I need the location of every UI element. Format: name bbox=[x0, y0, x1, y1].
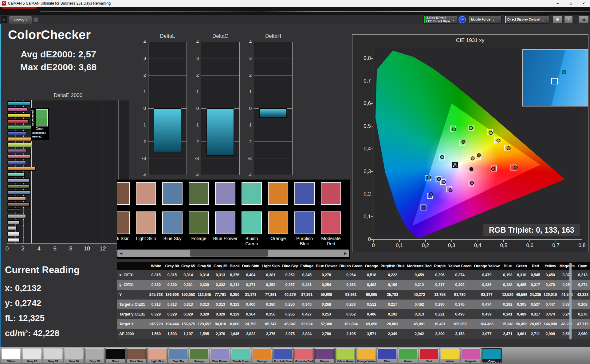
patch-button-red[interactable]: Red bbox=[419, 348, 439, 363]
deltae-bar-black[interactable] bbox=[7, 208, 20, 212]
minimize-button[interactable]: ─ bbox=[551, 0, 564, 7]
tab-history-1[interactable]: History 1 bbox=[9, 16, 32, 24]
close-button[interactable]: ✕ bbox=[577, 0, 590, 7]
cell: 0,512 bbox=[364, 300, 380, 309]
scroll-right-icon[interactable]: ▶ bbox=[342, 251, 349, 255]
deltae-bar-gray-35[interactable] bbox=[7, 214, 26, 218]
deltae-bar-blue[interactable] bbox=[7, 131, 27, 135]
deltae-bar-cyan[interactable] bbox=[7, 101, 31, 106]
deltae-bar-orange-yellow[interactable] bbox=[7, 137, 32, 141]
patch-button-gray-50[interactable]: Gray 50 bbox=[64, 348, 84, 363]
deltae-bar-magenta[interactable] bbox=[7, 107, 27, 111]
swatch-strip-scrollbar[interactable]: ◀ ▶ bbox=[117, 250, 349, 257]
measured-point-orange bbox=[506, 146, 510, 150]
patch-button-green[interactable]: Green bbox=[398, 348, 418, 363]
label: Magenta bbox=[462, 359, 480, 363]
patch-button-gray-65[interactable]: Gray 65 bbox=[43, 348, 63, 363]
deltae-bar-purplish-blue[interactable] bbox=[7, 161, 26, 165]
swatch-label: Blue Flower bbox=[212, 236, 238, 241]
deltae-bar-gray-80[interactable] bbox=[7, 232, 20, 236]
deltae-bar-yellow-green[interactable] bbox=[7, 143, 32, 147]
deltae-row-moderate-red bbox=[7, 154, 129, 160]
deltae-bar-purple[interactable] bbox=[7, 149, 26, 153]
scroll-left-icon[interactable]: ◀ bbox=[117, 251, 125, 255]
patch-button-magenta[interactable]: Magenta bbox=[461, 348, 481, 363]
cell: 0,436 bbox=[473, 280, 501, 290]
swatch-column-purplish-blue: Purplish Blue bbox=[291, 180, 318, 246]
patch-button-blue[interactable]: Blue bbox=[377, 348, 397, 363]
patch-button-moderate-red[interactable]: Moderate Red bbox=[293, 348, 314, 363]
patch-button-foliage[interactable]: Foliage bbox=[189, 348, 209, 363]
deltae-bar-white[interactable] bbox=[7, 238, 20, 242]
patch-button-yellow-green[interactable]: Yellow Green bbox=[335, 348, 356, 363]
deltae-bar-blue-sky[interactable] bbox=[7, 190, 31, 195]
label: Yellow Green bbox=[336, 359, 355, 363]
settings-gear-button[interactable]: ⚙ bbox=[553, 16, 562, 24]
scrollbar-track[interactable] bbox=[125, 250, 342, 257]
axis-tick-label: -1 bbox=[142, 122, 146, 127]
help-button[interactable]: ? bbox=[564, 16, 573, 24]
cell: 0,358 bbox=[261, 280, 281, 290]
collapse-panel-button[interactable]: ◀ bbox=[578, 16, 589, 24]
patch-button-dark-skin[interactable]: Dark Skin bbox=[126, 348, 147, 363]
cell: 77,361 bbox=[261, 290, 281, 300]
cell: 0,193 bbox=[501, 270, 515, 280]
meter-count-badge[interactable]: 212 bbox=[458, 16, 466, 23]
tab-scroll-button[interactable]: ▶ bbox=[1, 16, 7, 23]
chart-plot bbox=[254, 42, 293, 175]
deltae-bar-foliage[interactable] bbox=[7, 184, 30, 189]
cell: 0,268 bbox=[315, 300, 338, 309]
label: Dark Skin bbox=[127, 359, 146, 363]
tick bbox=[451, 239, 452, 242]
tooltip-value-1: 368106057 bbox=[32, 131, 46, 134]
deltae-bar-moderate-red[interactable] bbox=[7, 155, 31, 159]
deltae-bar-yellow[interactable] bbox=[7, 113, 30, 118]
color-data-table: WhiteGray 80Gray 65Gray 50Gray 35BlackDa… bbox=[117, 262, 590, 339]
patch-button-blue-flower[interactable]: Blue Flower bbox=[210, 348, 230, 363]
source-dropdown[interactable]: Mobile Forge ▼ bbox=[468, 15, 502, 24]
patch-button-black[interactable]: Black bbox=[105, 348, 126, 363]
patch-button-gray-35[interactable]: Gray 35 bbox=[85, 348, 105, 363]
deltae-bar-orange[interactable] bbox=[7, 167, 36, 171]
patch-button-purple[interactable]: Purple bbox=[314, 348, 335, 363]
add-tab-button[interactable]: + bbox=[33, 17, 38, 22]
table-row-target-y-cie31: Target y:CIE310,3290,3290,3290,3290,3290… bbox=[117, 309, 590, 319]
deltae-bar-gray-65[interactable] bbox=[7, 226, 17, 230]
patch-button-orange-yellow[interactable]: Orange Yellow bbox=[356, 348, 376, 363]
patch-button-orange[interactable]: Orange bbox=[252, 348, 272, 363]
patch-button-yellow[interactable]: Yellow bbox=[440, 348, 460, 363]
deltae-bar-dark-skin[interactable] bbox=[7, 202, 30, 207]
cell: 27,361 bbox=[299, 290, 314, 300]
deltae-bar-bluish-green[interactable] bbox=[7, 172, 25, 177]
deltae-bar-red[interactable] bbox=[7, 119, 29, 123]
patch-button-purplish-blue[interactable]: Purplish Blue bbox=[273, 348, 293, 363]
scrollbar-thumb[interactable] bbox=[190, 250, 268, 257]
patch-button-cyan[interactable]: Cyan bbox=[482, 348, 502, 363]
reading-cdm2: cd/m²: 42,228 bbox=[5, 326, 80, 341]
swatch bbox=[420, 349, 438, 359]
patch-button-bluish-green[interactable]: Bluish Green bbox=[231, 348, 251, 363]
patch-button-gray-80[interactable]: Gray 80 bbox=[22, 348, 42, 363]
cell: 0,315 bbox=[164, 270, 180, 280]
deltae-bar-light-skin[interactable] bbox=[7, 196, 26, 200]
cell: 2,975 bbox=[281, 329, 299, 339]
display-control-dropdown[interactable]: Direct Display Control ▼ bbox=[505, 15, 549, 24]
measured-point-blue-flower bbox=[442, 180, 446, 184]
deltae-bar-gray-50[interactable] bbox=[7, 220, 20, 224]
column-header-white: White bbox=[148, 262, 164, 270]
patch-button-light-skin[interactable]: Light Skin bbox=[147, 348, 167, 363]
axis-tick-label: 12 bbox=[100, 245, 106, 252]
cell: 48,566 bbox=[515, 290, 529, 300]
maximize-button[interactable]: □ bbox=[564, 0, 577, 7]
table-scrollbar[interactable] bbox=[569, 263, 572, 339]
deltae-row-orange-yellow bbox=[7, 136, 129, 142]
cell: 0,427 bbox=[299, 309, 314, 319]
label: Purplish Blue bbox=[273, 359, 292, 363]
axis-tick-label: 0 bbox=[358, 236, 371, 242]
patch-button-blue-sky[interactable]: Blue Sky bbox=[168, 348, 188, 363]
label: Black bbox=[106, 359, 125, 363]
patch-button-white[interactable]: White bbox=[1, 348, 21, 363]
meter-dropdown[interactable]: X-Rite i1Pro 2LCD Direct View ▼ bbox=[423, 15, 457, 24]
axis-tick-label: 1 bbox=[196, 89, 199, 94]
deltae-bar-blue-flower[interactable] bbox=[7, 178, 30, 183]
